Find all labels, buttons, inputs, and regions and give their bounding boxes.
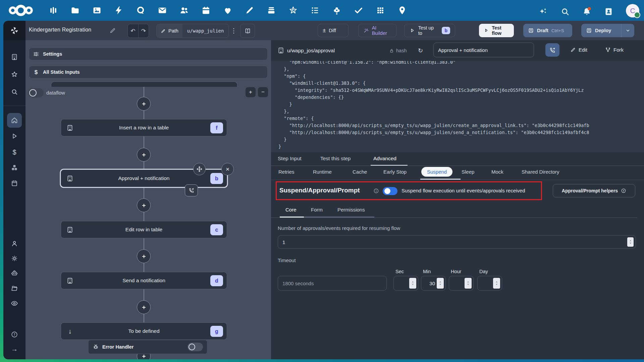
- notes-icon[interactable]: [245, 6, 254, 15]
- tab-test-this-step[interactable]: Test this step: [320, 156, 351, 162]
- sidebar-item-schedules[interactable]: [3, 177, 25, 189]
- subtab-cache[interactable]: Cache: [353, 169, 367, 175]
- sidebar-item-favorites[interactable]: [3, 68, 25, 80]
- mail-icon[interactable]: [158, 6, 167, 15]
- sidebar-item-users[interactable]: [3, 238, 25, 250]
- activity-icon[interactable]: [114, 6, 123, 15]
- dashboard-icon[interactable]: [49, 6, 58, 15]
- calendar-icon[interactable]: [201, 6, 211, 15]
- timeout-min-input[interactable]: 30 ˄˅: [421, 276, 446, 291]
- contacts-icon[interactable]: [179, 6, 189, 15]
- error-handler-bar[interactable]: Error Handler: [88, 340, 207, 354]
- flow-node-edit-row[interactable]: Edit row in table c: [61, 221, 227, 238]
- tab-step-input[interactable]: Step Input: [278, 156, 302, 162]
- approval-prompt-helpers-button[interactable]: Approval/Prompt helpers ?: [553, 184, 635, 197]
- subtab-retries[interactable]: Retries: [278, 169, 294, 175]
- edit-script-button[interactable]: Edit: [570, 47, 587, 53]
- maps-icon[interactable]: [397, 6, 407, 15]
- flow-node-send-notification[interactable]: Send a notification d: [61, 272, 227, 289]
- sidebar-expand-arrow[interactable]: →: [3, 343, 25, 355]
- undo-button[interactable]: ↶: [128, 24, 139, 38]
- deploy-button[interactable]: Deploy: [581, 24, 634, 37]
- path-group[interactable]: Path u/wapp_julien: [156, 24, 229, 38]
- refresh-icon[interactable]: ↻: [418, 47, 423, 54]
- dataflow-toggle[interactable]: [28, 88, 44, 98]
- sidebar-item-settings[interactable]: [3, 252, 25, 264]
- number-stepper[interactable]: ˄˅: [627, 237, 634, 247]
- flow-settings-row[interactable]: Settings: [29, 48, 268, 60]
- add-step-button[interactable]: [137, 249, 151, 263]
- health-icon[interactable]: [223, 6, 232, 15]
- user-avatar[interactable]: C: [626, 4, 639, 17]
- sidebar-item-apps[interactable]: [3, 51, 25, 63]
- delete-node-button[interactable]: ×: [221, 163, 234, 175]
- move-node-handle[interactable]: [193, 163, 206, 175]
- suspend-toggle[interactable]: [383, 187, 397, 195]
- contacts-menu-icon[interactable]: [604, 7, 613, 16]
- subtab-runtime[interactable]: Runtime: [313, 169, 332, 175]
- deck-icon[interactable]: [267, 6, 276, 15]
- add-step-button[interactable]: [137, 198, 151, 212]
- tasks-icon[interactable]: [310, 6, 320, 15]
- add-step-button[interactable]: [137, 148, 151, 162]
- fork-script-button[interactable]: Fork: [605, 47, 624, 53]
- more-options-kebab-icon[interactable]: ⋮: [230, 25, 237, 36]
- draft-button[interactable]: Draft Ctrl+S: [523, 24, 572, 37]
- number-stepper[interactable]: ˄˅: [465, 278, 472, 289]
- zoom-in-button[interactable]: +: [246, 87, 256, 97]
- redo-button[interactable]: ↷: [139, 24, 149, 38]
- assistant-sparkles-icon[interactable]: [539, 7, 548, 16]
- windmill-logo-button[interactable]: [3, 21, 25, 40]
- sidebar-item-workers[interactable]: [3, 267, 25, 279]
- photos-icon[interactable]: [92, 6, 102, 15]
- edit-title-pencil-icon[interactable]: [109, 27, 116, 34]
- add-step-button[interactable]: [137, 97, 151, 111]
- tables-icon[interactable]: [376, 6, 385, 15]
- subtab-shared-directory[interactable]: Shared Directory: [522, 169, 559, 175]
- timeout-input[interactable]: 1800 seconds: [278, 276, 387, 291]
- flow-input-node-partial[interactable]: [51, 81, 237, 87]
- suspend-phone-button[interactable]: [545, 43, 559, 57]
- flow-static-inputs-row[interactable]: $ All Static Inputs: [29, 66, 268, 78]
- info-icon[interactable]: [373, 188, 379, 194]
- timeout-day-input[interactable]: ˄˅: [477, 276, 502, 291]
- tab-form[interactable]: Form: [311, 207, 323, 213]
- sidebar-item-help[interactable]: ?: [3, 328, 25, 341]
- talk-icon[interactable]: [136, 6, 145, 15]
- forms-icon[interactable]: [332, 6, 341, 15]
- sidebar-item-runs[interactable]: [3, 130, 25, 142]
- subtab-suspend[interactable]: Suspend: [421, 167, 452, 177]
- error-handler-toggle[interactable]: [187, 343, 203, 351]
- flow-node-insert-row[interactable]: Insert a row in a table f: [61, 119, 227, 136]
- add-step-button[interactable]: [137, 300, 151, 314]
- lock-file-code-viewer[interactable]: "npm:windmill-client@^1.158.2": "npm:win…: [271, 61, 644, 152]
- subtab-sleep[interactable]: Sleep: [462, 169, 474, 175]
- ai-builder-button[interactable]: AI Builder: [358, 24, 396, 37]
- number-stepper[interactable]: ˄˅: [437, 278, 444, 289]
- test-flow-button[interactable]: Test flow: [479, 24, 514, 37]
- approvals-count-input[interactable]: 1 ˄˅: [278, 235, 636, 249]
- tab-core[interactable]: Core: [285, 207, 297, 213]
- deploy-dropdown-button[interactable]: [621, 24, 634, 37]
- notifications-bell-icon[interactable]: [582, 7, 591, 16]
- flow-node-to-be-defined[interactable]: ↓ To be defined g: [61, 322, 227, 340]
- sidebar-item-home[interactable]: [3, 114, 25, 126]
- number-stepper[interactable]: ˄˅: [493, 278, 500, 289]
- sidebar-item-audit-logs[interactable]: [3, 297, 25, 309]
- tab-advanced[interactable]: Advanced: [373, 156, 396, 162]
- zoom-out-button[interactable]: −: [258, 87, 268, 97]
- checks-icon[interactable]: [354, 6, 363, 15]
- test-up-to-button[interactable]: Test up to b: [404, 24, 455, 37]
- number-stepper[interactable]: ˄˅: [409, 278, 416, 289]
- files-icon[interactable]: [70, 6, 80, 15]
- search-icon[interactable]: [560, 7, 570, 16]
- docs-book-button[interactable]: [240, 24, 255, 38]
- nextcloud-logo-icon[interactable]: [8, 4, 34, 16]
- hash-badge[interactable]: hash: [389, 48, 407, 53]
- tab-permissions[interactable]: Permissions: [337, 207, 365, 213]
- timeout-sec-input[interactable]: ˄˅: [393, 276, 418, 291]
- sidebar-item-search[interactable]: [3, 86, 25, 98]
- subtab-early-stop[interactable]: Early Stop: [383, 169, 407, 175]
- step-summary-input[interactable]: Approval + notification: [433, 43, 534, 57]
- sidebar-item-folders[interactable]: [3, 282, 25, 294]
